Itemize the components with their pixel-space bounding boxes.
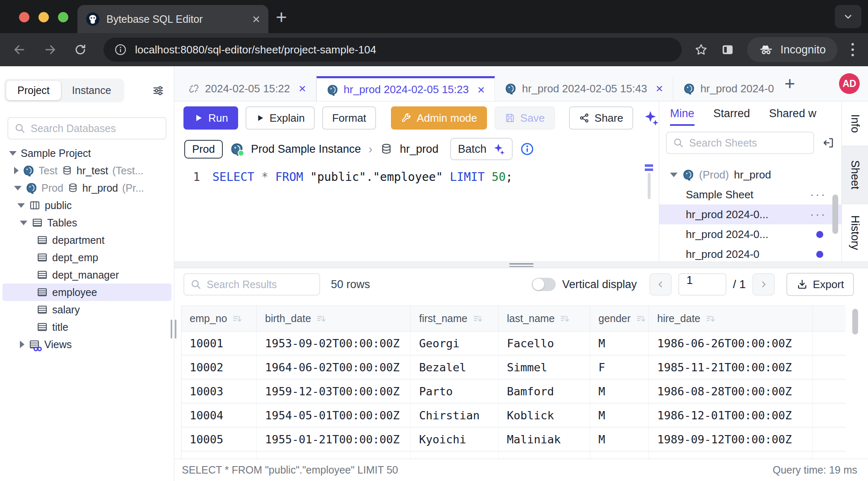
column-header-emp-no[interactable]: emp_no — [181, 306, 257, 331]
cell[interactable]: 1985-11-21T00:00:00Z — [649, 356, 813, 379]
tab-info[interactable]: Info — [842, 101, 868, 146]
chevron-down-icon[interactable] — [20, 221, 27, 225]
cell[interactable]: 1989-09-12T00:00:00Z — [649, 428, 813, 451]
collapse-panel-icon[interactable] — [822, 136, 835, 149]
sheet-item-unsaved-2[interactable]: hr_prod 2024-0 — [659, 244, 841, 262]
tree-item-title[interactable]: title — [2, 318, 171, 336]
tree-item-hr-test[interactable]: Test hr_test (Test... — [2, 162, 171, 179]
sheet-search[interactable] — [666, 132, 814, 154]
connection-info-icon[interactable] — [520, 142, 534, 156]
cell[interactable]: M — [590, 332, 649, 355]
cell[interactable]: Simmel — [499, 356, 590, 379]
cell[interactable]: Georgi — [411, 332, 499, 355]
cell[interactable]: 1986-06-26T00:00:00Z — [649, 332, 813, 355]
vertical-display-toggle[interactable] — [532, 278, 556, 291]
tree-item-hr-prod[interactable]: Prod hr_prod (Pr... — [2, 179, 171, 197]
close-icon[interactable]: × — [656, 82, 663, 96]
forward-icon[interactable] — [43, 43, 57, 57]
results-search-input[interactable] — [207, 279, 313, 291]
table-row[interactable]: 100021964-06-02T00:00:00ZBezalelSimmelF1… — [181, 356, 846, 380]
sort-icon[interactable] — [705, 313, 716, 324]
close-tab-icon[interactable]: × — [252, 12, 260, 26]
database-search-input[interactable] — [31, 123, 160, 135]
cell[interactable]: M — [590, 428, 649, 451]
sidebar-resize-handle[interactable] — [171, 320, 176, 339]
tree-item-public-schema[interactable]: public — [2, 197, 171, 214]
side-panel-icon[interactable] — [721, 43, 735, 57]
cell[interactable]: Anneke — [411, 452, 499, 459]
save-button[interactable]: Save — [494, 106, 555, 130]
export-button[interactable]: Export — [786, 273, 854, 296]
panel-resize-divider[interactable] — [174, 262, 868, 268]
chevron-right-icon[interactable] — [20, 341, 24, 348]
table-row-partial[interactable]: 100061953-04-20T00:00:00ZAnnekePreusigF1… — [181, 452, 846, 459]
more-actions-icon[interactable]: ··· — [810, 188, 827, 201]
cell[interactable]: 10005 — [181, 428, 257, 451]
chevron-right-icon[interactable] — [14, 167, 19, 174]
tree-item-salary[interactable]: salary — [2, 301, 171, 318]
close-window-button[interactable] — [19, 12, 29, 22]
run-button[interactable]: Run — [183, 106, 238, 130]
cell[interactable]: 10003 — [181, 380, 257, 403]
minimize-window-button[interactable] — [39, 12, 49, 22]
cell[interactable]: 1986-08-28T00:00:00Z — [649, 380, 813, 403]
cell[interactable]: Facello — [499, 332, 590, 355]
tab-shared[interactable]: Shared w — [769, 107, 816, 126]
tree-item-employee[interactable]: employee — [2, 284, 171, 301]
table-row[interactable]: 100051955-01-21T00:00:00ZKyoichiMaliniak… — [181, 428, 846, 452]
cell[interactable]: Chirstian — [411, 404, 499, 427]
cell[interactable]: Preusig — [499, 452, 590, 459]
tab-instance[interactable]: Instance — [61, 81, 123, 100]
sheet-search-input[interactable] — [689, 137, 808, 149]
tab-search-chevron-button[interactable] — [835, 5, 861, 28]
sort-icon[interactable] — [473, 313, 483, 324]
cell[interactable]: 10004 — [181, 404, 257, 427]
cell[interactable]: M — [590, 380, 649, 403]
cell[interactable]: Bezalel — [411, 356, 499, 379]
cell[interactable]: Parto — [411, 380, 499, 403]
page-number-field[interactable] — [678, 273, 726, 296]
new-worksheet-button[interactable]: + — [778, 73, 802, 94]
back-icon[interactable] — [12, 43, 27, 57]
cell[interactable]: 1989-06-02T00:00:00Z — [649, 452, 813, 459]
tree-item-dept-emp[interactable]: dept_emp — [2, 249, 171, 266]
table-row[interactable]: 100031959-12-03T00:00:00ZPartoBamfordM19… — [181, 380, 846, 404]
cell[interactable]: 1986-12-01T00:00:00Z — [649, 404, 813, 427]
tab-project[interactable]: Project — [6, 81, 61, 100]
worksheet-tab-1[interactable]: 2024-02-05 15:22 × — [178, 76, 316, 101]
column-header-hire-date[interactable]: hire_date — [649, 306, 813, 331]
worksheet-tab-2-active[interactable]: hr_prod 2024-02-05 15:23 × — [316, 76, 495, 101]
cell[interactable]: 10002 — [181, 356, 257, 379]
page-number-input[interactable] — [679, 274, 726, 287]
instance-name[interactable]: Prod Sample Instance — [251, 143, 361, 156]
new-tab-button[interactable]: + — [276, 7, 287, 26]
sheet-item-sample-sheet[interactable]: Sample Sheet ··· — [659, 185, 841, 204]
tree-item-tables[interactable]: Tables — [2, 214, 171, 231]
close-icon[interactable]: × — [299, 82, 306, 96]
column-header-birth-date[interactable]: birth_date — [257, 306, 411, 331]
admin-mode-button[interactable]: Admin mode — [391, 106, 487, 130]
bookmark-star-icon[interactable] — [694, 43, 708, 57]
table-row[interactable]: 100011953-09-02T00:00:00ZGeorgiFacelloM1… — [181, 332, 846, 356]
cell[interactable]: Bamford — [499, 380, 590, 403]
results-scrollbar[interactable] — [852, 309, 858, 334]
cell[interactable]: M — [590, 404, 649, 427]
column-header-last-name[interactable]: last_name — [499, 306, 590, 331]
cell[interactable]: 1959-12-03T00:00:00Z — [257, 380, 411, 403]
sheet-item-selected[interactable]: hr_prod 2024-0... ··· — [659, 204, 841, 224]
chevron-down-icon[interactable] — [17, 203, 25, 208]
sql-editor[interactable]: 1 SELECT * FROM "public"."employee" LIMI… — [174, 164, 659, 262]
prev-page-button[interactable] — [649, 273, 672, 296]
cell[interactable]: Koblick — [499, 404, 590, 427]
tab-mine[interactable]: Mine — [670, 107, 694, 126]
ai-sparkles-icon[interactable] — [641, 109, 659, 127]
sheet-item-unsaved-1[interactable]: hr_prod 2024-0... — [659, 224, 841, 244]
tab-starred[interactable]: Starred — [714, 107, 750, 126]
results-search[interactable] — [183, 273, 320, 296]
filter-sliders-icon[interactable] — [152, 84, 165, 97]
tree-item-dept-manager[interactable]: dept_manager — [2, 266, 171, 284]
cell[interactable]: 10001 — [181, 332, 257, 355]
sheet-scrollbar[interactable] — [832, 195, 838, 234]
tab-sheet[interactable]: Sheet — [842, 146, 868, 204]
tab-history[interactable]: History — [842, 204, 868, 261]
